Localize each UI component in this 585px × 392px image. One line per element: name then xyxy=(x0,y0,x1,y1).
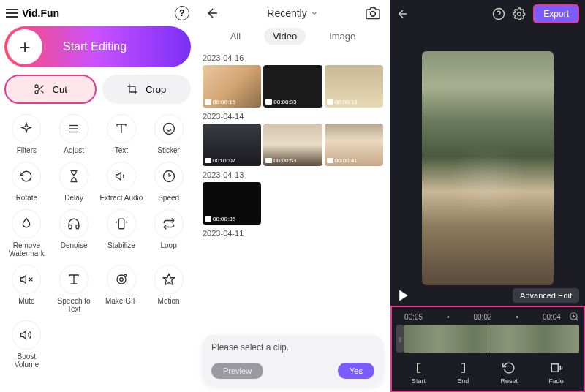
tab-image[interactable]: Image xyxy=(320,28,364,45)
tool-delay[interactable]: Delay xyxy=(52,162,96,202)
tool-text[interactable]: Text xyxy=(99,114,143,154)
tool-rotate[interactable]: Rotate xyxy=(4,162,48,202)
folder-dropdown[interactable]: Recently xyxy=(267,7,318,19)
thumb-row: 00:01:0700:00:5300:00:41 xyxy=(203,124,383,166)
video-thumb[interactable]: 00:00:35 xyxy=(203,182,261,225)
video-thumb[interactable]: 00:00:15 xyxy=(203,65,261,108)
svg-point-27 xyxy=(371,12,376,17)
headphones-icon xyxy=(59,209,88,238)
duration-badge: 00:00:33 xyxy=(265,99,296,105)
tool-label: Extract Audio xyxy=(99,194,143,202)
preview-frame xyxy=(422,51,554,285)
duration-badge: 00:01:07 xyxy=(205,157,235,164)
tool-stabilize[interactable]: Stabilize xyxy=(99,209,143,257)
bracket-l-icon xyxy=(412,361,426,374)
zoom-in-icon[interactable] xyxy=(569,312,579,322)
volume-icon xyxy=(12,320,41,350)
svg-line-34 xyxy=(576,319,578,321)
scissors-icon xyxy=(34,83,45,95)
editor-back-icon[interactable] xyxy=(396,7,410,20)
play-icon[interactable] xyxy=(396,288,411,303)
tool-speech-to-text[interactable]: Speech to Text xyxy=(52,265,96,313)
trim-tools: StartEndResetFade xyxy=(396,358,579,385)
thumb-row: 00:00:35 xyxy=(203,182,383,225)
time-dot: • xyxy=(431,313,465,321)
menu-icon[interactable] xyxy=(6,9,18,18)
fade-icon xyxy=(550,361,563,374)
tab-video[interactable]: Video xyxy=(264,28,306,45)
gif-icon xyxy=(107,265,136,294)
duration-badge: 00:00:13 xyxy=(327,99,358,105)
svg-marker-17 xyxy=(21,276,26,284)
trim-reset[interactable]: Reset xyxy=(501,361,518,385)
tool-make-gif[interactable]: Make GIF xyxy=(99,265,143,313)
tool-label: Delay xyxy=(64,194,83,202)
video-thumb[interactable]: 00:00:41 xyxy=(325,124,383,166)
tool-denoise[interactable]: Denoise xyxy=(52,209,96,257)
video-thumb[interactable]: 00:00:33 xyxy=(263,65,322,108)
tool-motion[interactable]: Motion xyxy=(147,265,191,313)
tool-extract-audio[interactable]: Extract Audio xyxy=(99,162,143,202)
app-title-row: Vid.Fun xyxy=(6,7,59,19)
svg-marker-25 xyxy=(21,331,26,339)
time-dot: • xyxy=(500,313,535,321)
preview-area: Advanced Edit xyxy=(390,28,585,306)
video-icon xyxy=(327,99,333,105)
tool-boost-volume[interactable]: Boost Volume xyxy=(4,320,48,369)
time-ruler: 00:05 • 00:02 • 00:04 xyxy=(396,310,579,325)
camera-icon[interactable] xyxy=(366,6,380,20)
tool-adjust[interactable]: Adjust xyxy=(52,114,96,154)
date-label: 2023-04-13 xyxy=(203,170,383,179)
tab-all[interactable]: All xyxy=(222,28,249,45)
tool-sticker[interactable]: Sticker xyxy=(147,114,191,154)
clip-frames[interactable] xyxy=(404,325,579,353)
svg-point-0 xyxy=(35,85,38,88)
tool-label: Boost Volume xyxy=(4,353,48,369)
tool-label: Loop xyxy=(161,241,177,249)
export-button[interactable]: Export xyxy=(533,4,579,23)
tool-speed[interactable]: Speed xyxy=(147,162,191,202)
trim-start[interactable]: Start xyxy=(412,361,426,385)
timeline: 00:05 • 00:02 • 00:04 || StartEndResetFa… xyxy=(390,306,585,392)
help-icon[interactable]: ? xyxy=(175,6,189,20)
tools-panel: Vid.Fun ? + Start Editing Cut Crop Filte… xyxy=(0,0,195,392)
video-thumb[interactable]: 00:01:07 xyxy=(203,124,261,166)
reset-icon xyxy=(502,361,516,374)
date-label: 2023-04-14 xyxy=(203,112,383,121)
tool-loop[interactable]: Loop xyxy=(147,209,191,257)
video-thumb[interactable]: 00:00:53 xyxy=(263,124,322,166)
tool-label: Speed xyxy=(158,194,179,202)
advanced-edit-button[interactable]: Advanced Edit xyxy=(513,288,579,303)
video-icon xyxy=(205,158,211,163)
video-thumb[interactable]: 00:00:13 xyxy=(325,65,383,108)
back-icon[interactable] xyxy=(205,6,220,20)
start-editing-button[interactable]: + Start Editing xyxy=(4,26,191,67)
video-icon xyxy=(205,99,211,105)
preview-controls: Advanced Edit xyxy=(390,285,585,306)
thumb-row: 00:00:1500:00:3300:00:13 xyxy=(203,65,383,108)
tool-mute[interactable]: Mute xyxy=(4,265,48,313)
app-title: Vid.Fun xyxy=(22,7,59,19)
trim-end[interactable]: End xyxy=(456,361,469,385)
cut-button[interactable]: Cut xyxy=(4,75,97,104)
svg-point-1 xyxy=(35,91,38,94)
crop-icon xyxy=(127,83,138,95)
trim-fade[interactable]: Fade xyxy=(548,361,564,385)
trim-label: Start xyxy=(412,377,426,385)
editor-help-icon[interactable] xyxy=(492,7,505,20)
yes-button[interactable]: Yes xyxy=(338,363,374,379)
time-mark: 00:04 xyxy=(535,313,569,321)
video-icon xyxy=(327,158,333,163)
media-tabs: All Video Image xyxy=(198,25,388,50)
duration-badge: 00:00:53 xyxy=(265,157,296,164)
preview-button[interactable]: Preview xyxy=(211,363,263,379)
duration-badge: 00:00:41 xyxy=(327,157,358,164)
dialog-message: Please select a clip. xyxy=(211,342,374,353)
playhead[interactable] xyxy=(488,310,488,355)
tool-filters[interactable]: Filters xyxy=(4,114,48,154)
clip-handle-left[interactable]: || xyxy=(396,325,404,353)
crop-button[interactable]: Crop xyxy=(102,75,192,104)
tool-label: Rotate xyxy=(16,194,37,202)
settings-icon[interactable] xyxy=(513,7,526,20)
tool-remove-watermark[interactable]: Remove Watermark xyxy=(4,209,48,257)
